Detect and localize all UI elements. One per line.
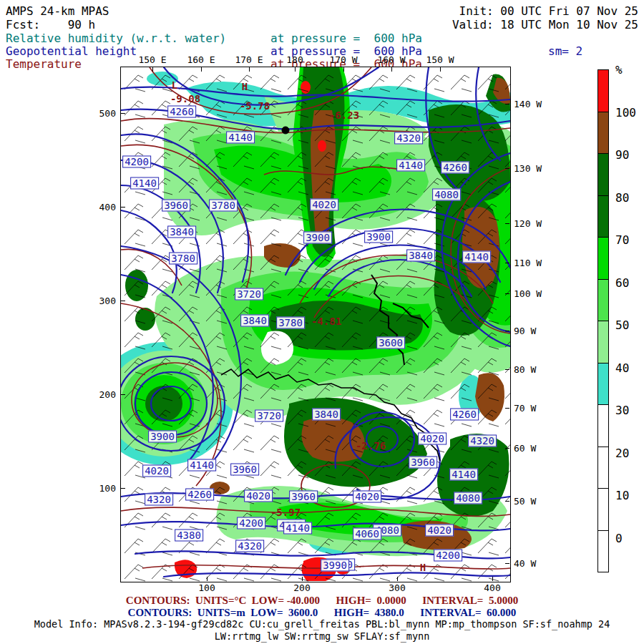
colorbar-tick-label: 90 xyxy=(615,148,629,162)
colorbar-title: % xyxy=(615,63,623,77)
height-contour-label: 4080 xyxy=(432,189,461,201)
height-contour-label: 3960 xyxy=(409,457,437,469)
axis-label-top: 170 E xyxy=(235,54,263,65)
colorbar-tick-label: 60 xyxy=(615,276,629,290)
axis-label-left: 200 xyxy=(99,389,116,400)
colorbar-segment xyxy=(597,363,609,406)
axis-label-right: 70 W xyxy=(514,403,536,414)
temperature-contour-label: -6.23 xyxy=(329,109,359,121)
colorbar-tick-label: 100 xyxy=(615,106,636,119)
colorbar-segment xyxy=(597,279,609,322)
map-panel: 4260420041404140396037803840378043204140… xyxy=(120,67,511,582)
axis-label-left: 300 xyxy=(99,296,116,306)
temperature-contour-label: -2.76 xyxy=(356,440,386,452)
height-contour-label: 4140 xyxy=(187,459,216,472)
height-contour-label: 4200 xyxy=(434,550,462,562)
axis-label-top: 180 xyxy=(286,54,303,65)
axis-label-right: 100 W xyxy=(514,288,542,299)
axis-tick-top xyxy=(201,67,202,72)
colorbar-segment xyxy=(597,69,609,112)
height-contour-label: 3960 xyxy=(162,200,190,212)
axis-label-bottom: 100 xyxy=(198,582,215,593)
colorbar-tick-label: 10 xyxy=(615,489,629,502)
height-contour-label: 4020 xyxy=(244,490,273,502)
height-contour-label: 4140 xyxy=(226,132,255,144)
axis-label-top: 170 W xyxy=(329,54,357,65)
colorbar-segment xyxy=(597,447,609,489)
axis-tick-right xyxy=(505,448,509,449)
height-contour-label: 3900 xyxy=(148,431,177,443)
axis-tick-right xyxy=(505,168,509,169)
height-contour-label: 4060 xyxy=(353,528,381,540)
axis-label-left: 400 xyxy=(99,202,116,213)
height-contour-label: 3840 xyxy=(406,250,435,262)
model-title: AMPS 24-km MPAS xyxy=(6,4,109,18)
valid-time: Valid: 18 UTC Mon 10 Nov 25 xyxy=(452,18,638,31)
colorbar-segment xyxy=(597,321,609,364)
axis-label-right: 40 W xyxy=(514,558,536,569)
smoothing-label: sm= 2 xyxy=(548,44,582,58)
axis-label-right: 140 W xyxy=(514,99,542,109)
axis-tick-top xyxy=(391,67,392,72)
height-contour-label: 4140 xyxy=(130,177,159,190)
height-contour-label: 4200 xyxy=(237,517,265,530)
height-contour-label: 4020 xyxy=(418,433,447,445)
axis-tick-top xyxy=(343,67,344,72)
axis-tick-left xyxy=(121,301,125,301)
height-contour-label: 3960 xyxy=(289,491,318,503)
height-contour-label: 3960 xyxy=(230,464,259,476)
colorbar-segment xyxy=(597,112,609,155)
field-label-rh: Relative humidity (w.r.t. water) xyxy=(6,31,226,45)
axis-label-top: 160 W xyxy=(377,54,405,65)
axis-label-right: 90 W xyxy=(514,326,536,336)
axis-label-top: 160 E xyxy=(187,54,215,65)
axis-label-right: 130 W xyxy=(514,163,542,174)
axis-label-bottom: 300 xyxy=(389,582,405,593)
colorbar-tick-label: 80 xyxy=(615,191,629,205)
temperature-contour-label: -4.81 xyxy=(311,316,341,327)
temperature-contour-label: H xyxy=(420,562,426,573)
height-contour-label: 4260 xyxy=(450,409,479,421)
colorbar-segment xyxy=(597,530,609,573)
axis-label-right: 110 W xyxy=(514,258,542,268)
height-contour-label: 3780 xyxy=(169,253,197,265)
height-contour-label: 4140 xyxy=(396,160,425,172)
colorbar-tick-label: 20 xyxy=(615,447,629,460)
colorbar-segment xyxy=(597,488,609,531)
height-contour-label: 4320 xyxy=(145,494,173,506)
axis-tick-bottom xyxy=(492,577,493,581)
axis-tick-top xyxy=(440,67,441,72)
axis-label-top: 150 W xyxy=(426,54,454,65)
height-contour-label: 4020 xyxy=(353,491,381,503)
height-contour-label: 4020 xyxy=(310,199,338,211)
height-contour-label: 3900 xyxy=(364,231,393,243)
height-contour-label: 3900 xyxy=(303,232,332,244)
axis-label-right: 50 W xyxy=(514,496,536,507)
colorbar-segment xyxy=(597,153,609,196)
field-level-rh: at pressure = 600 hPa xyxy=(270,31,422,45)
colorbar-tick-label: 0 xyxy=(615,532,623,545)
colorbar-tick-label: 70 xyxy=(615,233,629,247)
height-contour-label: 4260 xyxy=(441,162,469,174)
axis-label-right: 120 W xyxy=(514,218,542,229)
height-contour-label: 3720 xyxy=(255,410,283,422)
height-contour-label: 3840 xyxy=(167,226,196,238)
axis-tick-bottom xyxy=(397,577,398,581)
height-contour-label: 4080 xyxy=(454,492,482,504)
temp-contour-info: CONTOURS: UNITS=°C LOW= -40.000 HIGH= 0.… xyxy=(0,595,644,607)
height-contour-label: 4140 xyxy=(462,251,491,263)
height-contour-label: 4140 xyxy=(449,469,478,481)
height-contour-label: 3780 xyxy=(276,317,305,329)
temperature-contour-label: H xyxy=(242,81,248,92)
colorbar-segment xyxy=(597,404,609,447)
axis-tick-left xyxy=(121,488,125,489)
height-contour-label: 3780 xyxy=(209,200,238,212)
temperature-contour-label: -5.78 xyxy=(240,100,270,112)
axis-tick-top xyxy=(295,67,296,72)
axis-tick-top xyxy=(249,67,250,72)
axis-label-left: 100 xyxy=(99,483,116,494)
axis-label-right: 80 W xyxy=(514,364,536,375)
axis-label-left: 500 xyxy=(99,108,116,119)
axis-tick-right xyxy=(505,263,509,263)
axis-tick-top xyxy=(152,67,153,72)
